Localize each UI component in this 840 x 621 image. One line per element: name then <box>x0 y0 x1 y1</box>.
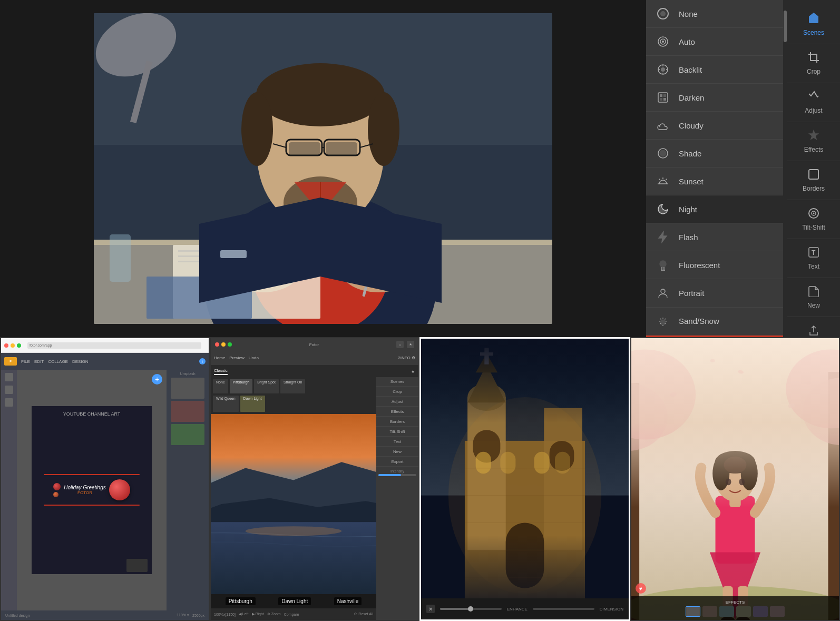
crop-label: Crop <box>807 68 821 75</box>
thumbnail-girl[interactable]: EFFECTS ♥ <box>630 337 840 621</box>
sidebar-icon-2 <box>5 386 13 394</box>
svg-rect-78 <box>555 452 570 474</box>
fotor-sidebar-tiltshift[interactable]: Tilt-Shift <box>376 427 418 437</box>
adjust-label: Adjust <box>805 107 822 114</box>
filter-straighton[interactable]: Straight On <box>280 379 305 393</box>
effect-thumb-3[interactable] <box>719 606 734 617</box>
scene-item-sand-snow[interactable]: Sand/Snow <box>646 308 783 336</box>
fotor-filter-labels: Pittsburgh Dawn Light Nashville <box>211 594 376 608</box>
enhance-handle[interactable] <box>468 606 473 612</box>
scene-label-portrait: Portrait <box>679 289 704 298</box>
close-church[interactable]: ✕ <box>426 605 435 613</box>
svg-rect-43 <box>660 94 662 97</box>
svg-rect-107 <box>729 496 740 507</box>
fotor-sidebar-new[interactable]: New <box>376 447 418 457</box>
scene-item-fluorescent[interactable]: Fluorescent <box>646 251 783 279</box>
toolbar-item-text[interactable]: T Text <box>787 239 840 278</box>
toolbar-item-effects[interactable]: Effects <box>787 122 840 161</box>
scene-item-auto[interactable]: Auto <box>646 28 783 56</box>
scene-label-cloudy: Cloudy <box>679 121 704 130</box>
effect-thumb-6[interactable] <box>770 606 785 617</box>
scene-scrollbar[interactable] <box>783 0 787 337</box>
svg-point-85 <box>631 383 668 451</box>
toolbar-item-borders[interactable]: Borders <box>787 161 840 200</box>
fotor-sidebar-borders[interactable]: Borders <box>376 417 418 427</box>
night-icon <box>655 201 671 218</box>
filter-brightspot[interactable]: Bright Spot <box>254 379 279 393</box>
scene-item-darken[interactable]: Darken <box>646 84 783 112</box>
ornament-group-left <box>53 483 61 497</box>
svg-rect-13 <box>326 142 357 155</box>
text-icon: T <box>808 247 819 260</box>
effect-thumb-1[interactable] <box>686 606 700 617</box>
svg-point-67 <box>467 383 506 411</box>
toolbar-item-crop[interactable]: Crop <box>787 44 840 83</box>
home-button-fotor[interactable]: ⌂ <box>396 341 404 348</box>
add-overlay-button[interactable]: + <box>152 374 162 385</box>
holiday-content: Holiday Greetings FOTOR <box>53 479 130 500</box>
girl-photo <box>631 338 839 620</box>
scene-item-shade[interactable]: Shade <box>646 140 783 167</box>
dimension-slider[interactable] <box>533 608 594 610</box>
untitled-label: Untitled design <box>5 614 30 617</box>
thumbnail-church[interactable]: ✕ ENHANCE DIMENSION <box>419 337 630 621</box>
svg-point-104 <box>724 457 747 474</box>
girl-svg <box>631 338 839 620</box>
intensity-slider[interactable] <box>378 474 416 476</box>
svg-rect-74 <box>506 523 544 588</box>
fotor-app-title: Fotor <box>234 342 394 347</box>
scene-item-night[interactable]: Night <box>646 195 783 223</box>
toolbar-item-scenes[interactable]: Scenes <box>787 4 840 44</box>
fotor-preview-label: Preview <box>229 356 244 360</box>
svg-point-39 <box>662 41 664 43</box>
scrollbar-thumb[interactable] <box>784 11 787 42</box>
filter-pittsburgh[interactable]: Pittsburgh <box>230 379 253 393</box>
svg-point-87 <box>786 349 839 428</box>
design-editor-content: fotor.com/app F FILE EDIT COLLAGE DESIGN… <box>1 338 209 620</box>
fotor-tab-classic[interactable]: Classic <box>214 368 228 375</box>
svg-point-93 <box>806 381 812 385</box>
new-icon <box>808 285 819 299</box>
fotor-sidebar-text[interactable]: Text <box>376 437 418 447</box>
enhance-label: ENHANCE <box>507 607 528 612</box>
scene-item-backlit[interactable]: Backlit <box>646 56 783 84</box>
effect-thumb-2[interactable] <box>702 606 717 617</box>
cloudy-icon <box>655 117 671 134</box>
effect-thumb-4[interactable] <box>736 606 751 617</box>
filter-dawnlight[interactable]: Dawn Light <box>240 396 265 412</box>
svg-rect-75 <box>476 452 491 474</box>
scene-item-cloudy[interactable]: Cloudy <box>646 112 783 140</box>
borders-label: Borders <box>803 185 825 192</box>
scene-item-sunset[interactable]: Sunset <box>646 167 783 195</box>
sand-snow-icon <box>655 313 671 330</box>
toolbar-item-tilt-shift[interactable]: Tilt-Shift <box>787 200 840 239</box>
fotor-right: ▶ Right <box>252 612 264 616</box>
enhance-slider[interactable] <box>440 608 502 610</box>
scene-item-flash[interactable]: Flash <box>646 223 783 251</box>
filter-none[interactable]: None <box>213 379 228 393</box>
top-section: None Auto Backlit <box>0 0 840 337</box>
fotor-sidebar-effects[interactable]: Effects <box>376 407 418 417</box>
thumbnail-fotor-editor[interactable]: Fotor ⌂ ★ Home Preview Undo 2INFO ⚙ Clas… <box>210 337 419 621</box>
tilt-shift-label: Tilt-Shift <box>802 224 825 231</box>
crop-icon <box>808 52 819 65</box>
fotor-sidebar-adjust[interactable]: Adjust <box>376 397 418 407</box>
thumbnail-design-editor[interactable]: fotor.com/app F FILE EDIT COLLAGE DESIGN… <box>0 337 210 621</box>
toolbar-item-adjust[interactable]: Adjust <box>787 83 840 122</box>
filter-wildqueen[interactable]: Wild Queen <box>213 396 239 412</box>
design-browser-header: fotor.com/app <box>1 338 209 353</box>
adjust-icon <box>808 91 819 104</box>
fotor-sidebar-export[interactable]: Export <box>376 457 418 467</box>
scene-item-portrait[interactable]: Portrait <box>646 279 783 307</box>
svg-point-101 <box>715 451 755 474</box>
export-icon <box>808 324 819 338</box>
effect-thumb-5[interactable] <box>753 606 768 617</box>
settings-button-fotor[interactable]: ★ <box>407 341 414 348</box>
scene-item-none[interactable]: None <box>646 0 783 28</box>
toolbar-item-new[interactable]: New <box>787 278 840 317</box>
svg-rect-64 <box>465 441 585 619</box>
fotor-sidebar-scenes[interactable]: Scenes <box>376 377 418 387</box>
effects-label: Effects <box>804 146 823 153</box>
like-button[interactable]: ♥ <box>636 583 646 594</box>
fotor-sidebar-crop[interactable]: Crop <box>376 387 418 397</box>
